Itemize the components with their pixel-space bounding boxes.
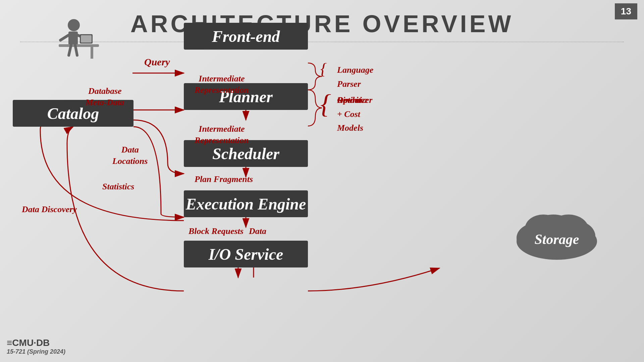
ir2-label: IntermediateRepresentation bbox=[195, 123, 249, 146]
storage-cloud: Storage bbox=[510, 204, 604, 265]
svg-text:Storage: Storage bbox=[534, 232, 579, 247]
statistics-label: Statistics bbox=[102, 181, 134, 192]
data-discovery-label: Data Discovery bbox=[22, 204, 77, 215]
cmu-logo-text: ≡CMU·DB bbox=[7, 338, 65, 348]
cmu-course: 15-721 (Spring 2024) bbox=[7, 348, 65, 355]
svg-rect-14 bbox=[91, 47, 93, 59]
language-parser-label: Language Parser bbox=[337, 63, 373, 91]
data-locations-label: DataLocations bbox=[112, 144, 148, 167]
separator bbox=[20, 42, 624, 42]
svg-point-9 bbox=[68, 19, 80, 31]
frontend-box: Front-end bbox=[184, 23, 308, 50]
ir1-label: IntermediateRepresentation bbox=[195, 73, 249, 96]
plan-fragments-label: Plan Fragments bbox=[195, 174, 253, 185]
execution-box: Execution Engine bbox=[184, 190, 308, 217]
data-label: Data bbox=[249, 226, 266, 237]
block-requests-label: Block Requests bbox=[189, 226, 244, 237]
optimizer-label: Optimizer + Cost Models bbox=[337, 93, 372, 135]
slide-number: 13 bbox=[615, 3, 637, 19]
svg-rect-13 bbox=[59, 44, 99, 47]
cmu-logo: ≡CMU·DB 15-721 (Spring 2024) bbox=[7, 338, 65, 355]
database-meta-label: DatabaseMeta-Data bbox=[86, 85, 124, 108]
svg-rect-16 bbox=[81, 35, 92, 43]
svg-rect-10 bbox=[68, 32, 78, 45]
io-box: I/O Service bbox=[184, 241, 308, 267]
query-label: Query bbox=[144, 55, 170, 68]
svg-line-11 bbox=[60, 35, 68, 40]
person-icon bbox=[54, 17, 107, 60]
